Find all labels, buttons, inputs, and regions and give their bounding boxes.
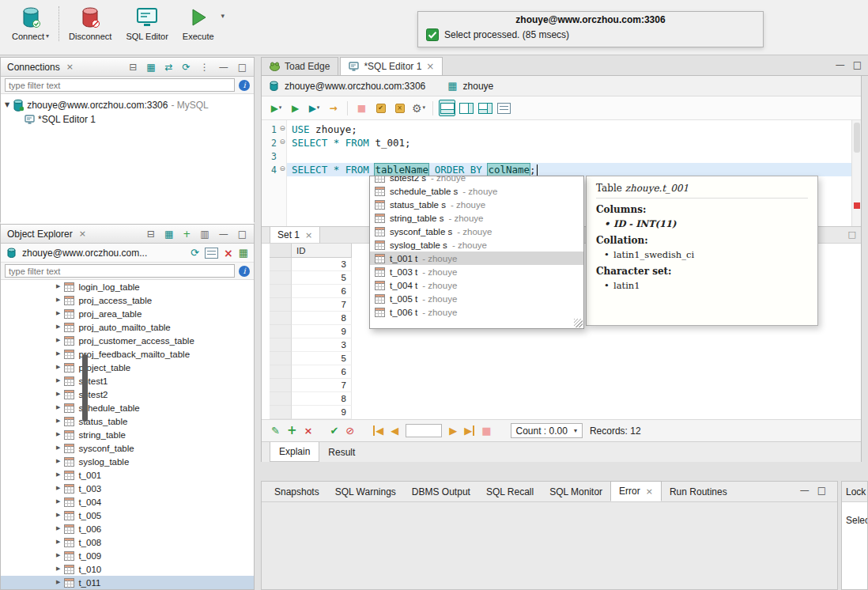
fold-icon[interactable] xyxy=(279,138,285,146)
result-row[interactable]: 3 xyxy=(270,338,861,352)
execute-button[interactable] xyxy=(287,100,304,116)
close-tab-icon[interactable] xyxy=(646,487,653,496)
locks-panel-title[interactable]: Lock xyxy=(842,482,867,502)
connect-button[interactable]: Connect xyxy=(5,3,56,43)
table-tree-item[interactable]: proj_access_table xyxy=(1,293,254,307)
expand-arrow-icon[interactable] xyxy=(56,405,60,410)
object-explorer-filter-input[interactable] xyxy=(5,264,235,278)
table-tree-item[interactable]: t_004 xyxy=(1,495,254,509)
expand-arrow-icon[interactable] xyxy=(56,539,60,545)
minimize-icon[interactable] xyxy=(800,486,810,495)
autocomplete-item[interactable]: t_006 t - zhouye xyxy=(370,305,583,319)
sql-editor-button[interactable]: SQL Editor xyxy=(119,3,175,43)
id-cell[interactable]: 9 xyxy=(292,406,352,419)
column-name-placeholder[interactable]: colName xyxy=(488,164,530,176)
remove-connection-icon[interactable] xyxy=(224,248,233,259)
er-diagram-icon[interactable] xyxy=(205,248,218,259)
row-header-cell[interactable] xyxy=(270,271,292,285)
editor-scrollbar[interactable] xyxy=(851,120,861,226)
expand-arrow-icon[interactable] xyxy=(56,566,60,572)
minimize-icon[interactable] xyxy=(217,62,231,72)
table-tree-item[interactable]: sbtest2 xyxy=(1,388,254,401)
autocomplete-item[interactable]: t_005 t - zhouye xyxy=(370,292,583,305)
expand-arrow-icon[interactable] xyxy=(56,512,60,518)
table-tree-item[interactable]: schedule_table xyxy=(1,401,254,414)
table-tree-item[interactable]: proj_auto_mailto_table xyxy=(1,320,254,334)
row-header-cell[interactable] xyxy=(270,312,292,325)
settings-menu-button[interactable] xyxy=(410,100,427,116)
execute-menu-chevron-icon[interactable] xyxy=(221,13,225,20)
link-with-editor-icon[interactable] xyxy=(163,62,175,72)
layout-right-toggle[interactable] xyxy=(458,100,474,116)
fold-icon[interactable] xyxy=(279,165,285,172)
sql-editor-tree-node[interactable]: *SQL Editor 1 xyxy=(1,112,254,127)
row-header-cell[interactable] xyxy=(270,379,292,392)
id-cell[interactable]: 8 xyxy=(292,392,352,406)
id-cell[interactable]: 6 xyxy=(292,285,352,298)
tab-sql-warnings[interactable]: SQL Warnings xyxy=(327,482,404,501)
previous-page-icon[interactable] xyxy=(391,425,398,436)
id-cell[interactable]: 7 xyxy=(292,298,352,312)
expand-arrow-icon[interactable] xyxy=(56,324,60,330)
tab-sql-recall[interactable]: SQL Recall xyxy=(478,482,542,501)
table-tree-item[interactable]: sysconf_table xyxy=(1,441,254,455)
autocomplete-item[interactable]: sbtest2 s - zhouye xyxy=(370,176,583,184)
stop-fetch-icon[interactable] xyxy=(481,425,491,436)
code-line-4[interactable]: SELECT * FROM tableName ORDER BY colName… xyxy=(287,163,851,176)
collapse-all-icon[interactable] xyxy=(126,62,139,72)
close-tab-icon[interactable] xyxy=(426,62,434,71)
id-cell[interactable]: 5 xyxy=(292,352,352,365)
id-cell[interactable]: 3 xyxy=(292,258,352,271)
filter-objects-icon[interactable] xyxy=(198,229,211,239)
row-header-cell[interactable] xyxy=(270,338,292,352)
result-row[interactable]: 7 xyxy=(270,379,861,392)
row-header-cell[interactable] xyxy=(270,298,292,312)
table-tree-item[interactable]: t_005 xyxy=(1,509,254,522)
id-cell[interactable]: 8 xyxy=(292,312,352,325)
table-tree-item[interactable]: sbtest1 xyxy=(1,374,254,388)
row-header-cell[interactable] xyxy=(270,258,292,271)
tab-dbms-output[interactable]: DBMS Output xyxy=(404,482,478,501)
table-name-placeholder[interactable]: tableName xyxy=(375,164,428,176)
execute-menu-button[interactable] xyxy=(268,100,285,116)
editor-connection-label[interactable]: zhouye@www.orczhou.com:3306 xyxy=(285,81,425,92)
stop-button[interactable] xyxy=(353,100,370,116)
expand-arrow-icon[interactable] xyxy=(56,378,60,384)
row-header-cell[interactable] xyxy=(270,285,292,298)
expand-arrow-icon[interactable] xyxy=(56,311,60,316)
autocomplete-item[interactable]: string_table s - zhouye xyxy=(370,211,583,225)
table-tree-item[interactable]: t_001 xyxy=(1,468,254,482)
first-page-icon[interactable] xyxy=(373,425,383,436)
expand-arrow-icon[interactable] xyxy=(5,102,9,108)
scrollbar-thumb[interactable] xyxy=(82,354,88,422)
connections-filter-input[interactable] xyxy=(5,78,235,92)
refresh-icon[interactable] xyxy=(180,62,193,72)
id-cell[interactable]: 7 xyxy=(292,379,352,392)
expand-arrow-icon[interactable] xyxy=(56,580,60,585)
expand-arrow-icon[interactable] xyxy=(56,499,60,505)
close-icon[interactable] xyxy=(79,229,86,238)
autocomplete-item[interactable]: syslog_table s - zhouye xyxy=(370,238,583,252)
refresh-icon[interactable] xyxy=(191,248,199,258)
table-tree-item[interactable]: status_table xyxy=(1,414,254,428)
table-tree-item[interactable]: t_011 xyxy=(1,576,254,589)
table-tree-item[interactable]: t_003 xyxy=(1,482,254,495)
table-tree-item[interactable]: t_009 xyxy=(1,549,254,562)
add-row-icon[interactable] xyxy=(287,425,297,437)
expand-arrow-icon[interactable] xyxy=(56,432,60,437)
row-header-cell[interactable] xyxy=(270,352,292,365)
run-to-cursor-button[interactable] xyxy=(325,100,342,116)
revert-changes-icon[interactable] xyxy=(345,425,354,436)
editor-database-label[interactable]: zhouye xyxy=(463,81,494,92)
table-tree-item[interactable]: login_log_table xyxy=(1,280,254,293)
maximize-icon[interactable] xyxy=(236,229,249,239)
row-header-cell[interactable] xyxy=(270,406,292,419)
expand-arrow-icon[interactable] xyxy=(56,526,60,531)
minimize-icon[interactable] xyxy=(217,229,231,239)
result-row[interactable]: 5 xyxy=(270,352,861,365)
format-sql-button[interactable] xyxy=(496,100,512,116)
view-menu-icon[interactable] xyxy=(198,62,212,72)
code-line-2[interactable]: SELECT * FROM t_001; xyxy=(287,136,851,149)
table-editor-icon[interactable] xyxy=(239,248,248,258)
count-dropdown[interactable]: Count : 0.00 xyxy=(511,423,583,438)
